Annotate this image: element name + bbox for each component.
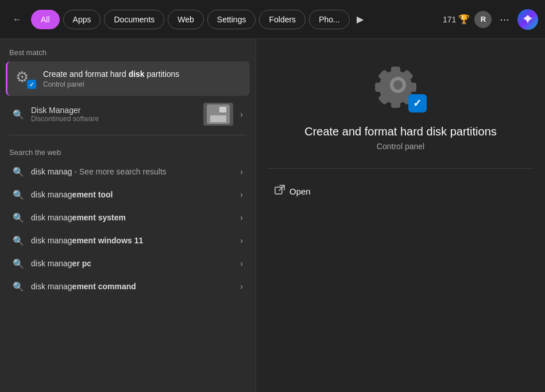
best-match-label: Best match: [0, 48, 256, 61]
disk-manager-title: Disk Manager: [31, 106, 196, 115]
open-button[interactable]: Open: [268, 180, 318, 202]
right-panel-icon: ✓: [375, 62, 427, 114]
right-panel: ✓ Create and format hard disk partitions…: [256, 39, 545, 392]
main-area: Best match ⚙ ✓ Create and format hard di…: [0, 39, 545, 392]
search-icon: 🔍: [13, 189, 24, 200]
chevron-right-icon: ›: [240, 213, 243, 222]
pill-settings[interactable]: Settings: [207, 10, 256, 29]
web-item-3[interactable]: 🔍 disk management windows 11 ›: [3, 229, 252, 252]
topbar: ← All Apps Documents Web Settings Folder…: [0, 0, 545, 39]
best-match-title: Create and format hard disk partitions: [43, 69, 242, 79]
web-search-label: Search the web: [0, 140, 256, 160]
search-icon: 🔍: [13, 258, 24, 269]
web-item-text: disk manag - See more search results: [31, 167, 233, 176]
search-icon: 🔍: [13, 235, 24, 246]
search-icon: 🔍: [13, 108, 24, 120]
web-item-1[interactable]: 🔍 disk management tool ›: [3, 183, 252, 206]
play-button[interactable]: ▶: [353, 11, 367, 27]
trophy-icon: 🏆: [458, 14, 470, 25]
web-item-text: disk management windows 11: [31, 236, 233, 245]
web-item-title: disk management command: [31, 282, 233, 291]
score-badge: 171 🏆: [443, 14, 470, 25]
left-panel: Best match ⚙ ✓ Create and format hard di…: [0, 39, 256, 392]
web-item-2[interactable]: 🔍 disk management system ›: [3, 206, 252, 229]
pill-pho[interactable]: Pho...: [309, 10, 350, 29]
disk-thumbnail: [203, 103, 233, 126]
separator-horizontal: [268, 168, 534, 169]
back-button[interactable]: ←: [7, 9, 28, 30]
chevron-right-icon: ›: [240, 190, 243, 199]
disk-manager-text: Disk Manager Discontinued software: [31, 106, 196, 123]
best-match-subtitle: Control panel: [43, 80, 242, 88]
right-panel-title: Create and format hard disk partitions: [304, 125, 497, 138]
topbar-right: 171 🏆 R ···: [443, 9, 538, 30]
web-item-text: disk management system: [31, 213, 233, 222]
open-label: Open: [289, 187, 311, 196]
chevron-right-icon: ›: [240, 259, 243, 268]
best-match-text: Create and format hard disk partitions C…: [43, 69, 242, 88]
check-icon: ✓: [27, 80, 36, 89]
disk-manager-item[interactable]: 🔍 Disk Manager Discontinued software ›: [3, 98, 252, 130]
disk-manager-subtitle: Discontinued software: [31, 115, 196, 123]
check-overlay-icon: ✓: [408, 94, 427, 112]
chevron-right-icon: ›: [240, 167, 243, 176]
web-item-0[interactable]: 🔍 disk manag - See more search results ›: [3, 160, 252, 183]
web-item-text: disk management tool: [31, 190, 233, 199]
web-item-title: disk management tool: [31, 190, 233, 199]
more-options-button[interactable]: ···: [496, 10, 513, 28]
best-match-icon: ⚙ ✓: [16, 68, 36, 89]
web-item-5[interactable]: 🔍 disk management command ›: [3, 275, 252, 298]
pill-folders[interactable]: Folders: [259, 10, 306, 29]
separator: [9, 135, 246, 135]
pill-web[interactable]: Web: [168, 10, 204, 29]
external-link-icon: [275, 185, 285, 197]
pill-all[interactable]: All: [31, 10, 60, 29]
web-item-4[interactable]: 🔍 disk manager pc ›: [3, 252, 252, 275]
web-item-title: disk manag - See more search results: [31, 167, 233, 176]
web-item-text: disk manager pc: [31, 259, 233, 268]
pill-apps[interactable]: Apps: [63, 10, 101, 29]
search-icon: 🔍: [13, 212, 24, 223]
web-item-title: disk management system: [31, 213, 233, 222]
score-value: 171: [443, 15, 456, 24]
search-icon: 🔍: [13, 166, 24, 177]
copilot-icon[interactable]: [517, 9, 538, 30]
right-panel-subtitle: Control panel: [377, 142, 424, 151]
chevron-right-icon: ›: [240, 110, 243, 119]
chevron-right-icon: ›: [240, 236, 243, 245]
chevron-right-icon: ›: [240, 282, 243, 291]
search-icon: 🔍: [13, 281, 24, 292]
pill-documents[interactable]: Documents: [104, 10, 164, 29]
user-avatar[interactable]: R: [474, 11, 492, 28]
best-match-item[interactable]: ⚙ ✓ Create and format hard disk partitio…: [6, 61, 250, 96]
web-item-title: disk manager pc: [31, 259, 233, 268]
web-item-title: disk management windows 11: [31, 236, 233, 245]
web-item-text: disk management command: [31, 282, 233, 291]
